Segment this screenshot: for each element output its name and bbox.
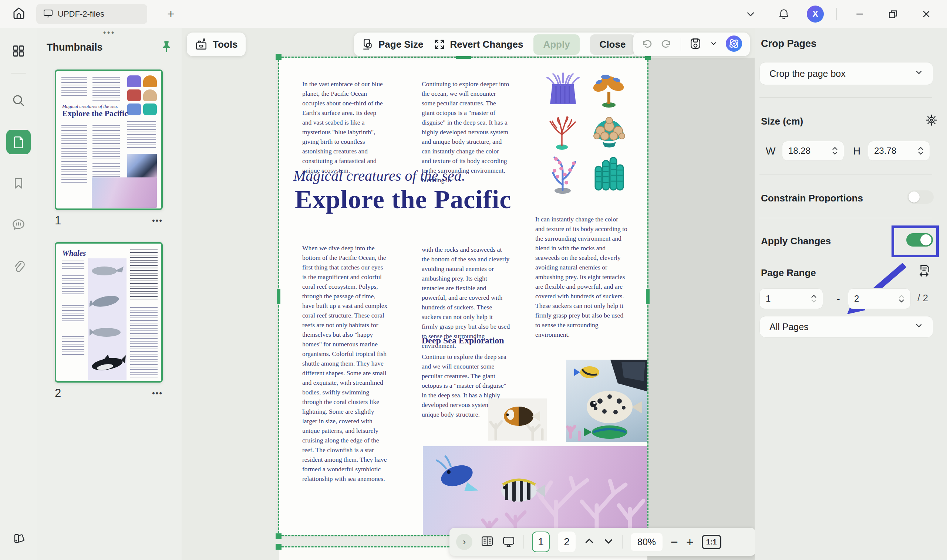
comments-button[interactable] <box>6 212 31 237</box>
attachments-button[interactable] <box>6 254 31 278</box>
comment-icon <box>11 218 26 232</box>
document-canvas: In the vast embrace of our blue planet, … <box>182 28 755 560</box>
range-from-stepper[interactable] <box>811 295 817 303</box>
appearance-button[interactable] <box>6 527 31 551</box>
whale-illustration <box>89 354 126 374</box>
pin-icon[interactable] <box>161 40 172 54</box>
tools-button[interactable]: Tools <box>187 32 246 56</box>
save-menu-button[interactable] <box>710 40 717 49</box>
custom-range-button[interactable] <box>917 263 932 280</box>
range-from-input[interactable]: 1 <box>759 288 823 309</box>
save-button[interactable] <box>689 37 702 51</box>
crop-handle-left-mid[interactable] <box>277 289 281 304</box>
range-to-value: 2 <box>854 294 859 304</box>
divider <box>622 535 623 549</box>
constrain-proportions-toggle[interactable] <box>907 190 934 204</box>
new-tab-button[interactable]: + <box>162 5 180 23</box>
paperclip-icon <box>12 260 25 273</box>
swatches-icon <box>11 532 26 546</box>
search-button[interactable] <box>6 88 31 113</box>
monitor-icon <box>43 8 53 20</box>
document-tab[interactable]: UPDF-2-files <box>36 4 147 24</box>
crop2-handle-top-left[interactable] <box>276 544 282 550</box>
tools-label: Tools <box>213 39 238 50</box>
crop-selection-box[interactable] <box>278 57 648 536</box>
presentation-button[interactable] <box>502 534 515 549</box>
ai-assistant-button[interactable] <box>725 35 742 54</box>
thumbnail-2-more-button[interactable]: ••• <box>152 388 163 398</box>
mini-page2-title: Whales <box>62 249 86 258</box>
page-icon <box>12 135 25 149</box>
page-size-button[interactable]: Page Size <box>361 38 423 51</box>
chevron-down-icon <box>710 40 717 47</box>
minimize-button[interactable] <box>849 5 870 23</box>
undo-button[interactable] <box>641 38 652 51</box>
next-page-button[interactable] <box>603 535 614 548</box>
expand-bar-button[interactable]: › <box>456 534 472 550</box>
mini-text <box>62 77 87 96</box>
notifications-button[interactable] <box>774 5 794 23</box>
height-stepper[interactable] <box>918 147 924 155</box>
divider <box>759 218 932 218</box>
page-scope-dropdown[interactable]: All Pages <box>759 316 933 337</box>
home-button[interactable] <box>7 4 31 25</box>
goto-page-2-button[interactable]: 2 <box>558 532 575 552</box>
size-settings-button[interactable] <box>925 114 938 128</box>
collapse-toolbar-button[interactable] <box>740 5 761 23</box>
panel-drag-handle[interactable]: ••• <box>103 28 116 37</box>
restore-button[interactable] <box>883 5 903 23</box>
range-to-stepper[interactable] <box>899 295 904 303</box>
revert-changes-button[interactable]: Revert Changes <box>433 38 523 50</box>
divider <box>681 38 681 51</box>
size-label: Size (cm) <box>761 116 803 127</box>
height-input[interactable]: 23.78 <box>868 141 930 161</box>
thumbnail-page-1[interactable]: Magical creatures of the sea. Explore th… <box>55 69 163 210</box>
divider <box>11 73 26 74</box>
plus-icon: + <box>167 7 174 21</box>
mini-text <box>62 261 84 269</box>
thumbnail-page-2[interactable]: Whales <box>55 242 163 383</box>
apply-changes-toggle[interactable] <box>906 233 933 246</box>
zoom-out-button[interactable]: − <box>671 535 678 549</box>
crop-handle-top-left[interactable] <box>276 54 282 60</box>
page-range-label: Page Range <box>761 267 816 279</box>
redo-button[interactable] <box>661 38 672 51</box>
range-separator: - <box>837 293 840 305</box>
quick-actions-toolbar <box>633 32 750 56</box>
zoom-in-button[interactable]: + <box>686 535 694 549</box>
apply-button[interactable]: Apply <box>534 34 579 55</box>
page-size-icon <box>361 38 374 51</box>
actual-size-button[interactable]: 1:1 <box>702 535 721 549</box>
left-icon-rail <box>0 28 37 560</box>
crop-handle-bottom-left[interactable] <box>276 533 282 539</box>
home-grid-button[interactable] <box>6 39 31 63</box>
thumbnail-1-number: 1 <box>55 214 61 227</box>
chevron-up-icon <box>584 535 595 547</box>
mini-photo <box>92 177 157 208</box>
crop-mode-dropdown[interactable]: Crop the page box <box>759 62 933 85</box>
crop-toolbar: Page Size Revert Changes Apply Close <box>354 32 643 56</box>
toolbox-icon <box>195 38 208 51</box>
range-to-input[interactable]: 2 <box>848 288 911 309</box>
mini-text <box>62 275 84 296</box>
two-page-view-button[interactable] <box>481 534 494 549</box>
zoom-level-field[interactable]: 80% <box>631 533 663 551</box>
avatar[interactable]: X <box>807 6 824 23</box>
revert-icon <box>433 38 446 50</box>
thumbnail-1-more-button[interactable]: ••• <box>152 216 163 226</box>
close-window-button[interactable] <box>916 5 937 23</box>
close-button[interactable]: Close <box>590 34 635 55</box>
divider <box>759 174 932 174</box>
width-input[interactable]: 18.28 <box>782 141 844 161</box>
goto-page-1-button[interactable]: 1 <box>532 532 550 552</box>
width-stepper[interactable] <box>832 147 838 155</box>
crop-handle-right-mid[interactable] <box>646 289 649 304</box>
bookmarks-button[interactable] <box>6 171 31 195</box>
chevron-down-icon <box>746 9 756 19</box>
width-label: W <box>766 145 775 157</box>
chevron-right-icon: › <box>463 537 466 547</box>
thumbnails-panel-button[interactable] <box>6 130 31 154</box>
mini-photo <box>127 154 157 178</box>
range-from-value: 1 <box>766 294 771 304</box>
previous-page-button[interactable] <box>584 535 595 548</box>
